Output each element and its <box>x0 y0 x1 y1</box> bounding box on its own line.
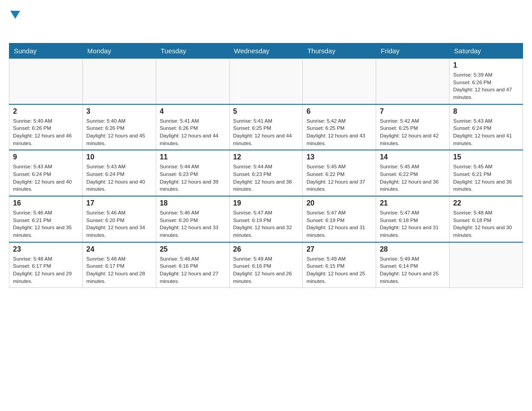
calendar-cell <box>82 59 156 104</box>
day-number: 13 <box>306 153 372 161</box>
calendar-week-row: 9Sunrise: 5:43 AM Sunset: 6:24 PM Daylig… <box>9 150 523 196</box>
calendar-cell: 3Sunrise: 5:40 AM Sunset: 6:26 PM Daylig… <box>82 104 156 150</box>
day-info: Sunrise: 5:46 AM Sunset: 6:20 PM Dayligh… <box>86 209 152 239</box>
day-info: Sunrise: 5:42 AM Sunset: 6:25 PM Dayligh… <box>380 117 446 147</box>
day-info: Sunrise: 5:47 AM Sunset: 6:18 PM Dayligh… <box>380 209 446 239</box>
calendar-cell: 22Sunrise: 5:48 AM Sunset: 6:18 PM Dayli… <box>450 196 523 242</box>
day-info: Sunrise: 5:49 AM Sunset: 6:16 PM Dayligh… <box>233 255 299 285</box>
calendar-cell: 6Sunrise: 5:42 AM Sunset: 6:25 PM Daylig… <box>303 104 376 150</box>
day-info: Sunrise: 5:48 AM Sunset: 6:18 PM Dayligh… <box>453 209 519 239</box>
day-number: 6 <box>306 107 372 116</box>
day-number: 28 <box>380 245 446 253</box>
day-number: 7 <box>380 107 446 116</box>
calendar-cell: 19Sunrise: 5:47 AM Sunset: 6:19 PM Dayli… <box>229 196 303 242</box>
day-info: Sunrise: 5:47 AM Sunset: 6:19 PM Dayligh… <box>306 209 372 239</box>
weekday-header-monday: Monday <box>82 43 156 59</box>
day-number: 20 <box>306 199 372 207</box>
calendar-cell: 10Sunrise: 5:43 AM Sunset: 6:24 PM Dayli… <box>82 150 156 196</box>
day-number: 26 <box>233 245 299 253</box>
day-info: Sunrise: 5:39 AM Sunset: 6:26 PM Dayligh… <box>453 71 519 101</box>
calendar-cell <box>376 59 450 104</box>
day-number: 5 <box>233 107 299 116</box>
calendar-cell: 20Sunrise: 5:47 AM Sunset: 6:19 PM Dayli… <box>303 196 376 242</box>
day-number: 2 <box>13 107 79 116</box>
calendar-cell: 27Sunrise: 5:49 AM Sunset: 6:15 PM Dayli… <box>303 242 376 288</box>
day-info: Sunrise: 5:43 AM Sunset: 6:24 PM Dayligh… <box>86 163 152 193</box>
day-number: 15 <box>453 153 519 161</box>
calendar-cell: 16Sunrise: 5:46 AM Sunset: 6:21 PM Dayli… <box>9 196 83 242</box>
calendar-cell: 7Sunrise: 5:42 AM Sunset: 6:25 PM Daylig… <box>376 104 450 150</box>
day-number: 1 <box>453 61 519 69</box>
calendar-cell: 9Sunrise: 5:43 AM Sunset: 6:24 PM Daylig… <box>9 150 83 196</box>
calendar-cell: 17Sunrise: 5:46 AM Sunset: 6:20 PM Dayli… <box>82 196 156 242</box>
calendar-cell: 18Sunrise: 5:46 AM Sunset: 6:20 PM Dayli… <box>156 196 229 242</box>
logo <box>9 9 20 36</box>
day-number: 14 <box>380 153 446 161</box>
svg-marker-0 <box>10 11 20 19</box>
day-info: Sunrise: 5:41 AM Sunset: 6:26 PM Dayligh… <box>160 117 226 147</box>
day-info: Sunrise: 5:49 AM Sunset: 6:15 PM Dayligh… <box>306 255 372 285</box>
day-info: Sunrise: 5:44 AM Sunset: 6:23 PM Dayligh… <box>160 163 226 193</box>
calendar-cell <box>9 59 83 104</box>
day-number: 8 <box>453 107 519 116</box>
day-info: Sunrise: 5:43 AM Sunset: 6:24 PM Dayligh… <box>13 163 79 193</box>
day-info: Sunrise: 5:46 AM Sunset: 6:20 PM Dayligh… <box>160 209 226 239</box>
weekday-header-friday: Friday <box>376 43 450 59</box>
day-number: 22 <box>453 199 519 207</box>
day-number: 18 <box>160 199 226 207</box>
day-number: 17 <box>86 199 152 207</box>
day-info: Sunrise: 5:44 AM Sunset: 6:23 PM Dayligh… <box>233 163 299 193</box>
day-info: Sunrise: 5:40 AM Sunset: 6:26 PM Dayligh… <box>13 117 79 147</box>
calendar-week-row: 2Sunrise: 5:40 AM Sunset: 6:26 PM Daylig… <box>9 104 523 150</box>
calendar-cell: 23Sunrise: 5:48 AM Sunset: 6:17 PM Dayli… <box>9 242 83 288</box>
day-number: 21 <box>380 199 446 207</box>
calendar-week-row: 23Sunrise: 5:48 AM Sunset: 6:17 PM Dayli… <box>9 242 523 288</box>
day-number: 24 <box>86 245 152 253</box>
calendar-week-row: 16Sunrise: 5:46 AM Sunset: 6:21 PM Dayli… <box>9 196 523 242</box>
day-info: Sunrise: 5:49 AM Sunset: 6:14 PM Dayligh… <box>380 255 446 285</box>
day-number: 11 <box>160 153 226 161</box>
day-number: 9 <box>13 153 79 161</box>
day-info: Sunrise: 5:46 AM Sunset: 6:21 PM Dayligh… <box>13 209 79 239</box>
calendar-cell: 15Sunrise: 5:45 AM Sunset: 6:21 PM Dayli… <box>450 150 523 196</box>
weekday-header-sunday: Sunday <box>9 43 83 59</box>
calendar-cell: 1Sunrise: 5:39 AM Sunset: 6:26 PM Daylig… <box>450 59 523 104</box>
calendar-cell <box>450 242 523 288</box>
day-info: Sunrise: 5:45 AM Sunset: 6:22 PM Dayligh… <box>380 163 446 193</box>
day-info: Sunrise: 5:48 AM Sunset: 6:17 PM Dayligh… <box>86 255 152 285</box>
weekday-header-saturday: Saturday <box>450 43 523 59</box>
day-number: 16 <box>13 199 79 207</box>
weekday-header-wednesday: Wednesday <box>229 43 303 59</box>
calendar-table: SundayMondayTuesdayWednesdayThursdayFrid… <box>9 43 523 288</box>
page-header <box>9 9 523 36</box>
calendar-cell <box>156 59 229 104</box>
day-info: Sunrise: 5:45 AM Sunset: 6:21 PM Dayligh… <box>453 163 519 193</box>
logo-triangle-icon <box>10 11 20 21</box>
weekday-header-row: SundayMondayTuesdayWednesdayThursdayFrid… <box>9 43 523 59</box>
calendar-cell: 13Sunrise: 5:45 AM Sunset: 6:22 PM Dayli… <box>303 150 376 196</box>
day-number: 19 <box>233 199 299 207</box>
calendar-cell <box>303 59 376 104</box>
calendar-cell: 12Sunrise: 5:44 AM Sunset: 6:23 PM Dayli… <box>229 150 303 196</box>
day-number: 25 <box>160 245 226 253</box>
calendar-cell: 24Sunrise: 5:48 AM Sunset: 6:17 PM Dayli… <box>82 242 156 288</box>
day-info: Sunrise: 5:43 AM Sunset: 6:24 PM Dayligh… <box>453 117 519 147</box>
calendar-cell: 8Sunrise: 5:43 AM Sunset: 6:24 PM Daylig… <box>450 104 523 150</box>
day-number: 27 <box>306 245 372 253</box>
day-number: 12 <box>233 153 299 161</box>
day-info: Sunrise: 5:48 AM Sunset: 6:16 PM Dayligh… <box>160 255 226 285</box>
weekday-header-tuesday: Tuesday <box>156 43 229 59</box>
calendar-cell: 21Sunrise: 5:47 AM Sunset: 6:18 PM Dayli… <box>376 196 450 242</box>
day-info: Sunrise: 5:42 AM Sunset: 6:25 PM Dayligh… <box>306 117 372 147</box>
day-info: Sunrise: 5:48 AM Sunset: 6:17 PM Dayligh… <box>13 255 79 285</box>
day-number: 10 <box>86 153 152 161</box>
day-info: Sunrise: 5:41 AM Sunset: 6:25 PM Dayligh… <box>233 117 299 147</box>
day-info: Sunrise: 5:45 AM Sunset: 6:22 PM Dayligh… <box>306 163 372 193</box>
calendar-cell: 14Sunrise: 5:45 AM Sunset: 6:22 PM Dayli… <box>376 150 450 196</box>
calendar-cell: 28Sunrise: 5:49 AM Sunset: 6:14 PM Dayli… <box>376 242 450 288</box>
calendar-week-row: 1Sunrise: 5:39 AM Sunset: 6:26 PM Daylig… <box>9 59 523 104</box>
calendar-cell: 5Sunrise: 5:41 AM Sunset: 6:25 PM Daylig… <box>229 104 303 150</box>
day-info: Sunrise: 5:40 AM Sunset: 6:26 PM Dayligh… <box>86 117 152 147</box>
calendar-cell: 11Sunrise: 5:44 AM Sunset: 6:23 PM Dayli… <box>156 150 229 196</box>
weekday-header-thursday: Thursday <box>303 43 376 59</box>
